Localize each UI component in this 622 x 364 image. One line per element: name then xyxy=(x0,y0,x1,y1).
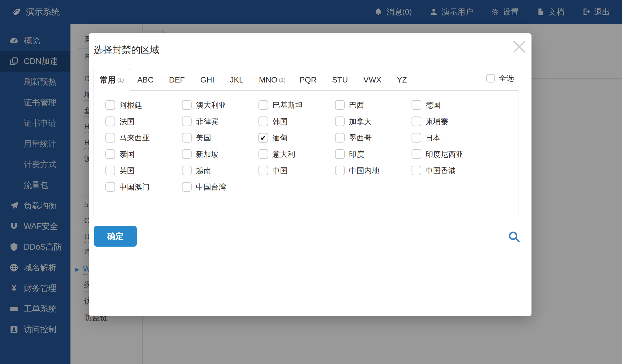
region-label: 中国台湾 xyxy=(196,182,226,192)
region-option[interactable]: 澳大利亚 xyxy=(182,100,258,110)
region-option[interactable]: 缅甸 xyxy=(258,133,335,143)
region-label: 德国 xyxy=(425,100,441,110)
region-option[interactable]: 柬埔寨 xyxy=(412,116,488,126)
region-option[interactable]: 法国 xyxy=(105,116,182,126)
region-checkbox[interactable] xyxy=(182,133,192,143)
select-all-checkbox[interactable] xyxy=(486,74,495,83)
region-label: 缅甸 xyxy=(272,133,288,143)
region-checkbox[interactable] xyxy=(258,100,268,110)
screen: 演示系统 消息(0) 演示用户 设置 文档 退出 xyxy=(0,0,622,364)
region-label: 柬埔寨 xyxy=(425,116,448,126)
region-option[interactable]: 加拿大 xyxy=(335,116,412,126)
region-label: 意大利 xyxy=(272,149,295,159)
region-panel: 阿根廷 澳大利亚 巴基斯坦 巴西 德国 xyxy=(94,90,518,215)
region-option[interactable]: 印度 xyxy=(335,149,412,159)
region-checkbox[interactable] xyxy=(412,166,421,175)
region-tab[interactable]: 常用 (1) xyxy=(94,69,130,91)
select-all-label: 全选 xyxy=(499,73,514,83)
confirm-button[interactable]: 确定 xyxy=(94,226,137,247)
region-label: 澳大利亚 xyxy=(196,100,226,110)
region-label: 中国澳门 xyxy=(119,182,150,192)
region-option[interactable]: 印度尼西亚 xyxy=(412,149,488,159)
region-label: 日本 xyxy=(425,133,441,143)
region-option[interactable]: 菲律宾 xyxy=(182,116,258,126)
close-icon[interactable] xyxy=(511,39,527,55)
region-label: 泰国 xyxy=(119,149,135,159)
region-checkbox[interactable] xyxy=(105,100,115,110)
region-option[interactable]: 墨西哥 xyxy=(335,133,412,143)
region-option[interactable]: 泰国 xyxy=(105,149,182,159)
region-option[interactable]: 中国内地 xyxy=(335,165,412,176)
region-label: 新加坡 xyxy=(196,149,219,159)
region-checkbox[interactable] xyxy=(182,100,192,110)
region-checkbox[interactable] xyxy=(105,116,115,126)
region-label: 印度尼西亚 xyxy=(425,149,463,159)
region-tab[interactable]: JKL xyxy=(223,69,252,91)
region-option[interactable]: 中国 xyxy=(258,165,335,176)
region-label: 墨西哥 xyxy=(349,133,372,143)
region-checkbox[interactable] xyxy=(335,149,345,159)
dialog-title: 选择封禁的区域 xyxy=(94,44,159,56)
region-tab[interactable]: STU xyxy=(325,69,357,91)
region-tab-label: YZ xyxy=(397,75,407,85)
region-option[interactable]: 日本 xyxy=(412,133,488,143)
region-select-dialog: 选择封禁的区域 常用 (1) ABC DEF GHI JKL xyxy=(89,33,531,316)
region-tab[interactable]: GHI xyxy=(193,69,223,91)
region-tab[interactable]: MNO (1) xyxy=(252,69,293,91)
region-option[interactable]: 巴西 xyxy=(335,100,412,110)
region-tab-label: DEF xyxy=(169,75,185,85)
region-tab[interactable]: YZ xyxy=(390,69,415,91)
region-tabs: 常用 (1) ABC DEF GHI JKL MNO (1) xyxy=(94,69,415,91)
region-tab-label: 常用 xyxy=(100,75,116,85)
region-option[interactable]: 德国 xyxy=(412,100,488,110)
region-tab-count: (1) xyxy=(117,77,124,83)
region-label: 加拿大 xyxy=(349,116,372,126)
region-checkbox[interactable] xyxy=(182,182,192,192)
region-checkbox[interactable] xyxy=(335,133,345,143)
region-checkbox[interactable] xyxy=(335,100,345,110)
select-all-control[interactable]: 全选 xyxy=(486,73,514,83)
region-option[interactable]: 中国澳门 xyxy=(105,182,182,192)
region-label: 韩国 xyxy=(272,116,288,126)
region-option[interactable]: 中国香港 xyxy=(412,165,488,176)
region-option[interactable]: 巴基斯坦 xyxy=(258,100,335,110)
region-option[interactable]: 中国台湾 xyxy=(182,182,258,192)
region-label: 美国 xyxy=(196,133,211,143)
region-option[interactable]: 美国 xyxy=(182,133,258,143)
region-checkbox[interactable] xyxy=(335,166,345,175)
region-label: 英国 xyxy=(119,166,135,176)
search-icon[interactable] xyxy=(507,230,521,243)
region-tab[interactable]: ABC xyxy=(130,69,162,91)
region-checkbox[interactable] xyxy=(182,116,192,126)
region-tab[interactable]: PQR xyxy=(292,69,325,91)
region-option[interactable]: 新加坡 xyxy=(182,149,258,159)
region-label: 越南 xyxy=(196,166,211,176)
region-checkbox[interactable] xyxy=(412,149,421,159)
region-checkbox[interactable] xyxy=(182,166,192,175)
region-tab[interactable]: VWX xyxy=(357,69,390,91)
region-checkbox[interactable] xyxy=(105,149,115,159)
region-label: 法国 xyxy=(119,116,135,126)
region-option[interactable]: 韩国 xyxy=(258,116,335,126)
region-checkbox[interactable] xyxy=(412,116,421,126)
region-option[interactable]: 意大利 xyxy=(258,149,335,159)
region-checkbox[interactable] xyxy=(105,166,115,175)
region-option[interactable]: 英国 xyxy=(105,165,182,176)
region-checkbox[interactable] xyxy=(412,100,421,110)
region-tab[interactable]: DEF xyxy=(162,69,193,91)
region-checkbox[interactable] xyxy=(105,133,115,143)
region-checkbox[interactable] xyxy=(258,149,268,159)
region-checkbox[interactable] xyxy=(258,116,268,126)
region-checkbox[interactable] xyxy=(105,182,115,192)
region-option[interactable]: 越南 xyxy=(182,165,258,176)
region-tab-label: STU xyxy=(332,75,348,85)
region-tab-label: ABC xyxy=(137,75,153,85)
region-checkbox[interactable] xyxy=(258,133,268,143)
region-grid: 阿根廷 澳大利亚 巴基斯坦 巴西 德国 xyxy=(94,91,518,192)
region-checkbox[interactable] xyxy=(412,133,421,143)
region-checkbox[interactable] xyxy=(335,116,345,126)
region-checkbox[interactable] xyxy=(258,166,268,175)
region-option[interactable]: 马来西亚 xyxy=(105,133,182,143)
region-checkbox[interactable] xyxy=(182,149,192,159)
region-option[interactable]: 阿根廷 xyxy=(105,100,182,110)
